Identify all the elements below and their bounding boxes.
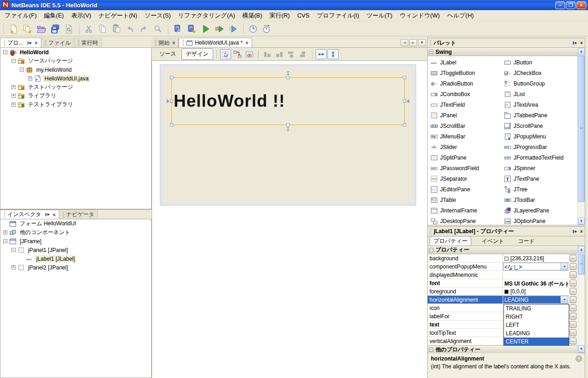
scrollbar-thumb[interactable] xyxy=(578,56,585,202)
properties-tab-0[interactable]: プロパティー xyxy=(430,236,471,246)
tree-node-label[interactable]: jPanel1 [JPanel] xyxy=(27,246,69,254)
tab-close-icon[interactable]: × xyxy=(35,40,38,46)
palette-item-jdesktoppane[interactable]: JDesktopPane xyxy=(430,216,504,226)
resize-handle-s[interactable] xyxy=(286,123,289,126)
property-editor-button[interactable]: ... xyxy=(570,263,577,270)
property-name[interactable]: verticalAlignment xyxy=(428,337,503,345)
tree-row[interactable]: +他のコンポーネント xyxy=(0,228,151,237)
palette-item-jmenubar[interactable]: FileJMenuBar xyxy=(430,131,504,142)
dropdown-option-left[interactable]: LEFT xyxy=(504,321,569,329)
tree-row[interactable]: +HelloWorldUI.java xyxy=(0,74,151,83)
tree-node-label[interactable]: ソースパッケージ xyxy=(27,57,74,65)
tree-row[interactable]: +テストパッケージ xyxy=(0,83,151,92)
tree-row[interactable]: −[JFrame] xyxy=(0,237,151,246)
scroll-up-icon[interactable]: ▲ xyxy=(578,48,585,55)
scroll-up-icon[interactable]: ▲ xyxy=(578,246,585,253)
expand-icon[interactable]: + xyxy=(11,265,16,269)
property-value[interactable] xyxy=(503,271,568,279)
property-editor-button[interactable]: ... xyxy=(570,329,577,336)
property-name[interactable]: componentPopupMenu xyxy=(428,263,503,270)
palette-item-jtextpane[interactable]: TJTextPane xyxy=(504,173,577,184)
align-right-icon[interactable] xyxy=(274,49,285,59)
collapse-icon[interactable]: − xyxy=(20,68,24,72)
palette-item-jtextfield[interactable]: JTextField xyxy=(430,99,504,110)
property-combo[interactable]: LEADING▼ xyxy=(503,296,568,304)
palette-item-jinternalframe[interactable]: JInternalFrame xyxy=(430,205,504,216)
menu-ウィンドウ[interactable]: ウィンドウ(W) xyxy=(396,10,443,21)
property-row-displayedMnemonic[interactable]: displayedMnemonic... xyxy=(428,271,577,279)
palette-item-jscrollpane[interactable]: JScrollPane xyxy=(504,120,577,131)
property-row-foreground[interactable]: foreground[0,0,0]... xyxy=(428,287,577,296)
tab-close-icon[interactable]: × xyxy=(172,40,175,46)
properties-scrollbar[interactable]: ▲ ▼ xyxy=(577,246,585,353)
resize-handle-e[interactable] xyxy=(403,99,406,103)
tree-row[interactable]: −my.HelloWorld xyxy=(0,65,151,74)
toolbar-grip[interactable] xyxy=(167,23,170,34)
property-editor-button[interactable]: ... xyxy=(570,338,577,344)
property-value[interactable]: MS UI Gothic 36 ボールド xyxy=(503,279,568,287)
tree-row[interactable]: +ライブラリ xyxy=(0,92,151,100)
property-editor-button[interactable]: ... xyxy=(570,313,577,320)
property-name[interactable]: foreground xyxy=(428,287,503,295)
collapse-icon[interactable]: − xyxy=(429,348,433,352)
page-preview-icon[interactable] xyxy=(62,22,75,35)
palette-item-joptionpane[interactable]: JOptionPane xyxy=(504,216,577,226)
other-properties-header[interactable]: − 他のプロパティー xyxy=(428,345,577,354)
preview-design-icon[interactable] xyxy=(244,49,255,59)
palette-item-jseparator[interactable]: JSeparator xyxy=(430,173,504,184)
collapse-icon[interactable]: − xyxy=(429,50,433,54)
tab-close-icon[interactable]: × xyxy=(245,40,248,46)
property-editor-button[interactable]: ... xyxy=(570,271,577,278)
palette-item-jlist[interactable]: JList xyxy=(504,89,577,99)
tab-close-icon[interactable]: × xyxy=(53,212,56,218)
profiler-timer-icon[interactable] xyxy=(260,22,274,35)
resize-handle-ne[interactable] xyxy=(403,76,406,79)
explorer-tab[interactable]: プロ...× xyxy=(0,38,41,47)
palette-item-jtable[interactable]: JTable xyxy=(430,195,504,205)
resize-handle-se[interactable] xyxy=(403,123,406,126)
toolbar-grip[interactable] xyxy=(242,23,245,34)
tree-row[interactable]: −HelloWorld xyxy=(0,48,151,57)
property-name[interactable]: text xyxy=(428,321,503,328)
align-top-icon[interactable] xyxy=(286,49,297,59)
dropdown-option-leading[interactable]: LEADING xyxy=(504,329,569,338)
property-editor-button[interactable]: ... xyxy=(570,288,577,295)
drag-grip[interactable] xyxy=(430,229,431,235)
new-project-icon[interactable] xyxy=(20,22,34,35)
palette-item-jpopupmenu[interactable]: JPopupMenu xyxy=(504,131,577,142)
copy-icon[interactable] xyxy=(96,22,109,35)
palette-item-jtoolbar[interactable]: JToolBar xyxy=(504,195,577,205)
form-designer-area[interactable]: HelloWorld !! xyxy=(160,64,416,206)
dropdown-option-trailing[interactable]: TRAILING xyxy=(504,304,569,313)
palette-item-jprogressbar[interactable]: JProgressBar xyxy=(504,142,577,152)
menu-リファクタリング[interactable]: リファクタリング(A) xyxy=(175,10,239,21)
find-icon[interactable] xyxy=(151,22,164,35)
tree-node-label[interactable]: フォーム HelloWorldUI xyxy=(18,219,78,228)
tree-node-label[interactable]: テストパッケージ xyxy=(27,83,74,92)
inspector-tab[interactable]: インスペクタ× xyxy=(0,210,59,219)
palette-item-jlabel[interactable]: labelJLabel xyxy=(430,57,504,68)
property-name[interactable]: horizontalAlignment xyxy=(428,296,503,304)
align-left-icon[interactable] xyxy=(262,49,273,59)
property-editor-button[interactable]: ... xyxy=(570,280,577,286)
menu-ナビゲート[interactable]: ナビゲート(N) xyxy=(95,10,141,21)
palette-item-jtextarea[interactable]: t×JTextArea xyxy=(504,99,577,110)
combo-dropdown-icon[interactable]: ▼ xyxy=(560,296,568,303)
property-row-horizontalAlignment[interactable]: horizontalAlignmentLEADING▼... xyxy=(428,296,577,304)
selection-mode-icon[interactable] xyxy=(220,49,231,59)
resize-handle-w[interactable] xyxy=(170,99,173,103)
auto-hide-pin-icon[interactable] xyxy=(572,229,577,234)
expand-icon[interactable]: + xyxy=(28,76,32,80)
tree-node-label[interactable]: jLabel1 [JLabel] xyxy=(35,255,76,263)
selected-jlabel[interactable]: HelloWorld !! xyxy=(171,77,405,125)
dropdown-option-center[interactable]: CENTER xyxy=(504,338,569,346)
tree-node-label[interactable]: ライブラリ xyxy=(27,92,57,100)
expand-icon[interactable]: + xyxy=(11,94,16,98)
property-row-font[interactable]: fontMS UI Gothic 36 ボールド... xyxy=(428,279,577,287)
collapse-icon[interactable]: − xyxy=(3,50,7,54)
properties-close-icon[interactable]: × xyxy=(580,229,583,234)
property-editor-button[interactable]: ... xyxy=(570,255,577,262)
connection-mode-icon[interactable] xyxy=(232,49,243,59)
tree-row[interactable]: −ソースパッケージ xyxy=(0,57,151,65)
property-name[interactable]: labelFor xyxy=(428,312,503,320)
